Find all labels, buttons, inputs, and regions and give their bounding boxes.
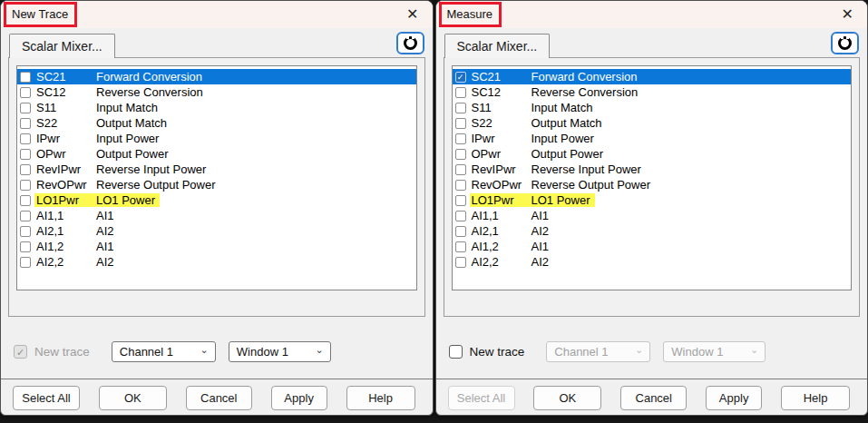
- row-text: AI1,2AI1: [472, 240, 550, 253]
- measurement-list[interactable]: SC21Forward ConversionSC12Reverse Conver…: [16, 65, 417, 290]
- list-item[interactable]: LO1PwrLO1 Power: [17, 192, 416, 208]
- window-value: Window 1: [671, 345, 723, 359]
- row-checkbox[interactable]: ✓: [455, 72, 466, 83]
- new-trace-option[interactable]: New trace: [449, 345, 525, 359]
- row-checkbox[interactable]: [20, 149, 31, 160]
- title-bar[interactable]: New Trace ✕: [1, 1, 433, 28]
- row-text: LO1PwrLO1 Power: [34, 193, 160, 207]
- list-item[interactable]: OPwrOutput Power: [17, 146, 416, 162]
- measurement-name: AI2,2: [472, 255, 532, 269]
- tab-scalar-mixer[interactable]: Scalar Mixer...: [444, 34, 551, 58]
- row-checkbox[interactable]: [20, 87, 31, 98]
- row-text: AI2,1AI2: [472, 224, 550, 238]
- list-item[interactable]: AI2,2AI2: [453, 254, 852, 270]
- help-button[interactable]: Help: [781, 386, 850, 410]
- list-item[interactable]: AI2,1AI2: [453, 223, 852, 239]
- close-icon[interactable]: ✕: [840, 7, 855, 22]
- row-checkbox[interactable]: [455, 118, 466, 129]
- row-checkbox[interactable]: [455, 226, 466, 237]
- list-item[interactable]: IPwrInput Power: [453, 131, 852, 146]
- row-checkbox[interactable]: [20, 211, 31, 221]
- tab-scalar-mixer[interactable]: Scalar Mixer...: [9, 34, 115, 58]
- list-item[interactable]: S22Output Match: [17, 115, 416, 131]
- measurement-desc: AI2: [96, 255, 114, 269]
- list-item[interactable]: SC12Reverse Conversion: [17, 84, 416, 100]
- row-checkbox[interactable]: [20, 72, 31, 83]
- cancel-button[interactable]: Cancel: [620, 386, 687, 410]
- measurement-name: AI2,1: [472, 224, 532, 238]
- row-checkbox[interactable]: [20, 133, 31, 144]
- list-item[interactable]: S11Input Match: [17, 100, 416, 115]
- channel-select[interactable]: Channel 1 ⌄: [546, 341, 650, 362]
- list-item[interactable]: AI2,2AI2: [17, 254, 416, 270]
- row-checkbox[interactable]: [455, 195, 466, 206]
- new-trace-checkbox[interactable]: [14, 345, 27, 359]
- list-item[interactable]: RevOPwrReverse Output Power: [17, 177, 416, 192]
- list-item[interactable]: IPwrInput Power: [17, 131, 416, 146]
- select-all-button[interactable]: Select All: [448, 386, 515, 410]
- apply-button[interactable]: Apply: [271, 386, 327, 410]
- measurement-class-button[interactable]: [831, 32, 859, 54]
- row-checkbox[interactable]: [20, 195, 31, 206]
- new-trace-option[interactable]: New trace: [14, 345, 90, 359]
- row-text: AI1,1AI1: [472, 209, 550, 222]
- row-checkbox[interactable]: [455, 87, 466, 98]
- measurement-class-button[interactable]: [396, 32, 424, 54]
- row-text: S11Input Match: [36, 101, 158, 114]
- chevron-down-icon: ⌄: [635, 344, 643, 356]
- list-item[interactable]: AI1,1AI1: [453, 208, 852, 223]
- cancel-button[interactable]: Cancel: [186, 386, 252, 410]
- new-trace-checkbox[interactable]: [449, 345, 463, 359]
- row-checkbox[interactable]: [455, 241, 466, 252]
- ok-button[interactable]: OK: [533, 386, 601, 410]
- row-checkbox[interactable]: [20, 241, 31, 252]
- row-checkbox[interactable]: [455, 133, 466, 144]
- ok-button[interactable]: OK: [99, 386, 167, 410]
- window-select[interactable]: Window 1 ⌄: [229, 341, 331, 362]
- row-checkbox[interactable]: [455, 180, 466, 191]
- list-item[interactable]: SC21Forward Conversion: [17, 69, 416, 84]
- select-all-button[interactable]: Select All: [13, 386, 80, 410]
- apply-button[interactable]: Apply: [706, 386, 762, 410]
- list-item[interactable]: AI1,2AI1: [17, 239, 416, 254]
- title-bar[interactable]: Measure ✕: [436, 1, 868, 28]
- list-item[interactable]: S22Output Match: [453, 115, 852, 131]
- measurement-desc: LO1 Power: [532, 193, 590, 207]
- row-checkbox[interactable]: [455, 103, 466, 113]
- help-button[interactable]: Help: [346, 386, 415, 410]
- row-text: SC12Reverse Conversion: [472, 85, 639, 99]
- list-item[interactable]: SC12Reverse Conversion: [453, 84, 852, 100]
- measurement-desc: Input Power: [96, 132, 159, 145]
- list-item[interactable]: S11Input Match: [453, 100, 852, 115]
- row-checkbox[interactable]: [455, 164, 466, 175]
- row-text: OPwrOutput Power: [36, 147, 169, 161]
- row-checkbox[interactable]: [20, 164, 31, 175]
- row-checkbox[interactable]: [455, 149, 466, 160]
- window-value: Window 1: [237, 345, 288, 359]
- row-checkbox[interactable]: [20, 226, 31, 237]
- list-item[interactable]: RevIPwrReverse Input Power: [17, 162, 416, 177]
- list-item[interactable]: LO1PwrLO1 Power: [453, 192, 852, 208]
- row-checkbox[interactable]: [455, 211, 466, 221]
- measurement-desc: Forward Conversion: [96, 70, 202, 84]
- list-item[interactable]: RevIPwrReverse Input Power: [453, 162, 852, 177]
- row-text: OPwrOutput Power: [472, 147, 604, 161]
- list-item[interactable]: OPwrOutput Power: [453, 146, 852, 162]
- row-checkbox[interactable]: [455, 257, 466, 268]
- row-text: IPwrInput Power: [36, 132, 159, 145]
- list-item[interactable]: ✓SC21Forward Conversion: [453, 69, 852, 84]
- list-item[interactable]: AI2,1AI2: [17, 223, 416, 239]
- row-checkbox[interactable]: [20, 257, 31, 268]
- measurement-desc: Reverse Conversion: [532, 85, 639, 99]
- row-checkbox[interactable]: [20, 103, 31, 113]
- row-checkbox[interactable]: [20, 180, 31, 191]
- row-checkbox[interactable]: [20, 118, 31, 129]
- list-item[interactable]: AI1,1AI1: [17, 208, 416, 223]
- channel-select[interactable]: Channel 1 ⌄: [112, 341, 216, 362]
- measurement-list[interactable]: ✓SC21Forward ConversionSC12Reverse Conve…: [452, 65, 853, 290]
- window-select[interactable]: Window 1 ⌄: [663, 341, 766, 362]
- list-item[interactable]: RevOPwrReverse Output Power: [453, 177, 852, 192]
- row-text: SC21Forward Conversion: [36, 70, 202, 84]
- list-item[interactable]: AI1,2AI1: [453, 239, 852, 254]
- close-icon[interactable]: ✕: [405, 7, 420, 22]
